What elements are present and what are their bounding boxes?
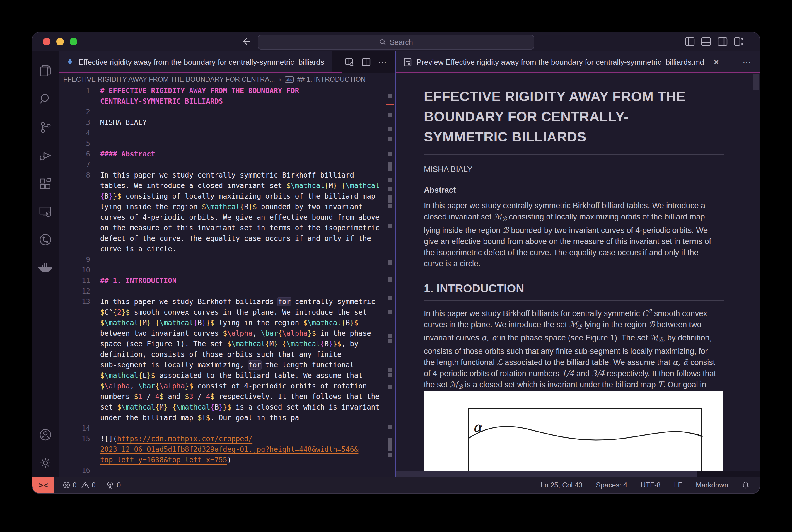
code-line[interactable]: {B}}$ consisting of locally maximizing o… [59, 191, 386, 202]
toggle-secondary-sidebar-icon[interactable] [718, 37, 728, 46]
warning-count: 0 [92, 481, 96, 489]
notifications-bell-icon[interactable] [741, 481, 750, 489]
problems-indicator[interactable]: 0 0 [63, 481, 96, 489]
toggle-panel-icon[interactable] [701, 37, 711, 46]
code-line[interactable]: 3MISHA BIALY [59, 117, 386, 128]
close-tab-icon[interactable]: ✕ [713, 57, 720, 67]
figure-alpha-label: α [473, 419, 483, 435]
line-number: 1 [59, 86, 90, 96]
traffic-lights [43, 38, 77, 45]
code-line[interactable]: between two invariant curves $\alpha, \b… [59, 328, 386, 339]
extensions-icon[interactable] [32, 169, 59, 197]
code-line[interactable]: 5 [59, 138, 386, 149]
overview-ruler[interactable] [386, 86, 395, 477]
line-number [59, 328, 90, 339]
code-line[interactable]: tables. We introduce a closed invariant … [59, 180, 386, 191]
settings-gear-icon[interactable] [32, 449, 59, 477]
close-window-button[interactable] [43, 38, 51, 45]
code-line[interactable]: on the measure of this invariant set in … [59, 223, 386, 233]
code-line[interactable]: 1# EFFECTIVE RIGIDITY AWAY FROM THE BOUN… [59, 86, 386, 96]
open-preview-icon[interactable] [345, 58, 354, 66]
minimize-window-button[interactable] [56, 38, 64, 45]
code-line[interactable]: numbers $1 / 4$ and $3 / 4$ respectively… [59, 392, 386, 402]
split-editor-icon[interactable] [362, 58, 370, 66]
line-number: 12 [59, 286, 90, 297]
code-line[interactable]: 9 [59, 254, 386, 265]
line-number [59, 244, 90, 254]
code-line[interactable]: 12 [59, 286, 386, 297]
code-line[interactable]: 15![](https://cdn.mathpix.com/cropped/ [59, 434, 386, 444]
code-line[interactable]: 2023_12_06_01ad5d1fb8f2d329afdeg-01.jpg?… [59, 444, 386, 455]
source-control-icon[interactable] [32, 113, 59, 141]
preview-vertical-scrollbar[interactable] [753, 74, 759, 90]
editor-actions-more-icon[interactable]: ⋯ [378, 57, 388, 68]
code-line[interactable]: top_left_y=1638&top_left_x=755) [59, 455, 386, 465]
symbol-string-icon: abc [285, 76, 294, 82]
code-line[interactable]: curve is a circle. [59, 244, 386, 254]
customize-layout-icon[interactable] [734, 37, 744, 46]
code-line[interactable]: under the billiard map $T$. Our goal in … [59, 413, 386, 423]
code-line[interactable]: $\mathcal{M}_{\mathcal{B}}$ lying in the… [59, 318, 386, 328]
error-icon [63, 481, 70, 489]
code-line[interactable]: sub-segment is locally maximizing, for t… [59, 360, 386, 370]
code-line[interactable]: 4 [59, 128, 386, 138]
git-graph-icon[interactable] [32, 226, 59, 254]
code-line[interactable]: $\alpha, \bar{\alpha}$ consist of 4-peri… [59, 381, 386, 392]
search-icon[interactable] [32, 85, 59, 113]
breadcrumb-file[interactable]: FFECTIVE RIGIDITY AWAY FROM THE BOUNDARY… [63, 76, 275, 83]
code-line[interactable]: 13In this paper we study Birkhoff billia… [59, 297, 386, 307]
explorer-icon[interactable] [32, 57, 59, 85]
docker-icon[interactable] [32, 254, 59, 282]
preview-horizontal-scrollbar[interactable] [396, 471, 760, 477]
code-line[interactable]: 16 [59, 465, 386, 476]
remote-explorer-icon[interactable] [32, 197, 59, 226]
cursor-position[interactable]: Ln 25, Col 43 [541, 481, 583, 489]
tab-markdown-preview[interactable]: Preview Effective rigidity away from the… [396, 51, 760, 73]
editor-tab-bar: Effective rigidity away from the boundar… [59, 51, 395, 73]
breadcrumb-symbol[interactable]: ## 1. INTRODUCTION [297, 76, 366, 83]
code-line[interactable]: 7 [59, 159, 386, 170]
code-line[interactable]: set $\mathcal{M}_{\mathcal{B}}$ is a clo… [59, 402, 386, 413]
line-number [59, 360, 90, 370]
code-line[interactable]: 11## 1. INTRODUCTION [59, 276, 386, 286]
code-line[interactable]: curves of 4-periodic orbits. We give an … [59, 212, 386, 223]
language-mode[interactable]: Markdown [696, 481, 728, 489]
eol-sequence[interactable]: LF [674, 481, 682, 489]
code-line[interactable]: 10 [59, 265, 386, 276]
toggle-primary-sidebar-icon[interactable] [685, 37, 695, 46]
code-line[interactable]: 8In this paper we study centrally symmet… [59, 170, 386, 180]
code-line[interactable]: lying inside the region $\mathcal{B}$ bo… [59, 202, 386, 212]
account-icon[interactable] [32, 421, 59, 449]
encoding[interactable]: UTF-8 [641, 481, 660, 489]
code-line[interactable]: defect of the curve. The equality case o… [59, 233, 386, 244]
line-number [59, 318, 90, 328]
code-line[interactable]: $C^{2}$ smooth convex curves in the plan… [59, 307, 386, 318]
markdown-preview-pane[interactable]: EFFECTIVE RIGIDITY AWAY FROM THEBOUNDARY… [396, 73, 760, 471]
activity-bar [32, 51, 59, 477]
back-icon[interactable] [241, 36, 251, 46]
line-number: 15 [59, 434, 90, 444]
editor-pane[interactable]: 1# EFFECTIVE RIGIDITY AWAY FROM THE BOUN… [59, 86, 395, 477]
run-debug-icon[interactable] [32, 141, 59, 169]
zoom-window-button[interactable] [70, 38, 77, 45]
line-number [59, 381, 90, 392]
preview-horizontal-scrollbar-thumb[interactable] [396, 471, 696, 477]
search-input[interactable]: Search [258, 35, 534, 50]
code-line[interactable]: definition, consists of those orbits suc… [59, 349, 386, 360]
code-line[interactable]: CENTRALLY-SYMMETRIC BILLIARDS [59, 96, 386, 107]
ports-indicator[interactable]: 0 [106, 481, 121, 489]
indentation[interactable]: Spaces: 4 [596, 481, 627, 489]
code-line[interactable]: 14 [59, 423, 386, 434]
tab-markdown-file[interactable]: Effective rigidity away from the boundar… [59, 51, 332, 73]
section-heading: 1. INTRODUCTION [424, 282, 718, 295]
line-number: 16 [59, 465, 90, 476]
line-number: 13 [59, 297, 90, 307]
preview-actions-more-icon[interactable]: ⋯ [742, 57, 752, 68]
code-line[interactable]: 2 [59, 107, 386, 117]
remote-indicator[interactable]: >< [32, 477, 55, 493]
code-line[interactable]: space (see Figure 1). The set $\mathcal{… [59, 339, 386, 349]
breadcrumb[interactable]: FFECTIVE RIGIDITY AWAY FROM THE BOUNDARY… [59, 73, 395, 86]
preview-group: Preview Effective rigidity away from the… [396, 51, 760, 477]
code-line[interactable]: 6#### Abstract [59, 149, 386, 159]
code-line[interactable]: $\mathcal{L}$ associated to the billiard… [59, 370, 386, 381]
